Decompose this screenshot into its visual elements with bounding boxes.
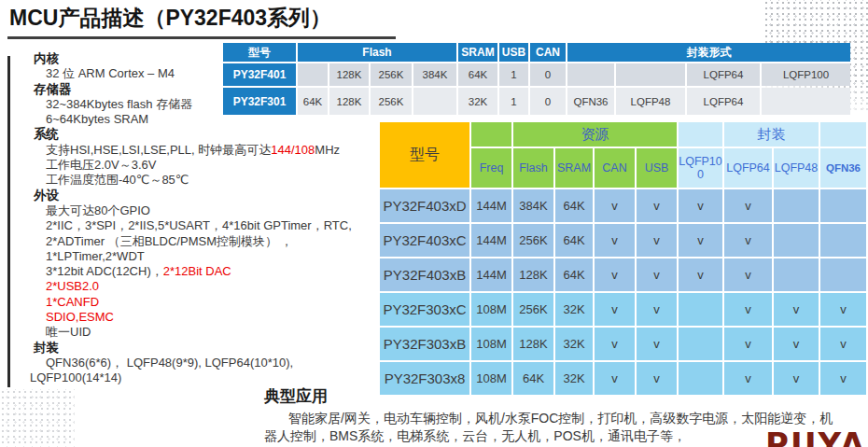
matrix-value-cell: v [637,224,677,257]
feature-line: 工作温度范围-40℃～85℃ [46,173,388,188]
feature-text: 工作温度范围-40℃～85℃ [46,173,189,187]
matrix-row: PY32F403xC144M256K64Kvvvv [380,224,866,257]
matrix-value-cell: v [595,224,635,257]
feature-text: 32~384Kbytes flash 存储器 [46,97,192,111]
matrix-model-cell: PY32F303xC [380,293,469,326]
spec-flash-cell [298,63,328,86]
matrix-value-cell [820,189,866,222]
matrix-value-cell [774,258,819,291]
matrix-col-freq: Freq [471,148,511,188]
left-accent-bar [7,56,10,387]
feature-text: 2*12Bit DAC [163,264,231,278]
matrix-value-cell: v [595,328,635,360]
page-title: MCU产品描述（PY32F403系列） [9,4,331,33]
spec-flash-cell: 128K [329,88,369,115]
matrix-header-resources: 资源 [513,122,677,147]
spec-usb-cell: 1 [499,63,528,86]
matrix-value-cell: 64K [555,258,593,291]
spec-package-cell: LQFP64 [687,88,760,115]
matrix-value-cell: v [679,224,722,257]
matrix-row: PY32F403xD144M384K64Kvvvv [380,189,866,222]
matrix-value-cell [774,189,819,222]
matrix-value-cell: v [595,293,635,326]
matrix-header-package: 封装 [724,122,819,147]
spec-row: PY32F30164K128K256K32K10QFN36LQFP48LQFP6… [223,88,850,115]
spec-flash-cell: 128K [329,63,369,86]
matrix-value-cell [774,224,819,257]
feature-text: 2*IIC，3*SPI，2*IIS,5*USART，4*16bit GPTime… [46,218,352,232]
matrix-col-sram: SRAM [555,148,593,188]
matrix-header-spacer-lblue-right [820,122,866,147]
feature-text: 1*CANFD [46,295,99,309]
matrix-value-cell [820,224,866,257]
matrix-value-cell: 256K [513,293,553,326]
feature-text: 3*12bit ADC(12CH)， [46,264,163,278]
spec-header-model: 型号 [223,43,296,62]
matrix-table: 型号 资源 封装 FreqFlashSRAMCANUSBLQFP100LQFP6… [378,120,868,397]
spec-row: PY32F401128K256K384K64K10LQFP64LQFP100 [223,63,850,86]
spec-package-cell: QFN36 [567,88,614,115]
feature-text: SDIO,ESMC [46,310,114,324]
feature-text: 32 位 ARM Cortex – M4 [46,66,175,80]
matrix-value-cell: v [595,258,635,291]
feature-text: 6~64Kbytes SRAM [46,112,148,126]
spec-model-cell: PY32F401 [223,63,296,86]
matrix-value-cell: 128K [513,328,553,360]
matrix-value-cell: v [774,293,819,326]
matrix-value-cell: 32K [555,293,593,326]
feature-line: SDIO,ESMC [46,310,388,325]
spec-flash-cell: 256K [371,88,412,115]
spec-flash-cell: 64K [298,88,328,115]
feature-line: 2*USB2.0 [46,279,388,294]
matrix-col-qfn36: QFN36 [820,148,866,188]
feature-text: 工作电压2.0V～3.6V [46,158,157,172]
matrix-value-cell: v [595,189,635,222]
spec-can-cell: 0 [530,88,566,115]
matrix-value-cell: v [774,328,819,360]
matrix-model-cell: PY32F303xB [380,328,469,360]
typical-apps-text: 智能家居/网关，电动车辆控制，风机/水泵FOC控制，打印机，高级数字电源，太阳能… [264,410,835,445]
matrix-header-model: 型号 [380,122,469,188]
feature-line: LQFP100(14*14) [30,370,388,385]
matrix-model-cell: PY32F403xC [380,224,469,257]
matrix-value-cell [679,328,722,360]
slide-page: MCU产品描述（PY32F403系列） 内核32 位 ARM Cortex – … [0,0,868,447]
matrix-value-cell: v [724,189,772,222]
feature-heading: 封装 [34,341,388,356]
matrix-value-cell: v [679,189,722,222]
matrix-model-cell: PY32F403xB [380,258,469,291]
feature-line: 最大可达80个GPIO [46,203,388,218]
matrix-value-cell: 144M [471,224,511,257]
matrix-col-lqfp100: LQFP100 [679,148,722,188]
matrix-col-lqfp48: LQFP48 [774,148,819,188]
matrix-value-cell: v [820,293,866,326]
feature-heading: 系统 [34,127,388,142]
matrix-value-cell: v [724,293,772,326]
matrix-header-spacer-green [471,122,511,147]
matrix-value-cell: 384K [513,189,553,222]
spec-usb-cell: 1 [499,88,528,115]
matrix-header-spacer-lblue-left [679,122,722,147]
spec-package-cell: LQFP100 [762,63,850,86]
spec-header-sram: SRAM [458,43,497,62]
matrix-value-cell [820,258,866,291]
feature-line: 1*CANFD [46,295,388,310]
feature-line: 工作电压2.0V～3.6V [46,158,388,173]
matrix-value-cell: v [820,328,866,360]
spec-package-cell: LQFP64 [687,63,760,86]
matrix-model-cell: PY32F403xD [380,189,469,222]
spec-flash-cell: 256K [371,63,412,86]
spec-header-flash: Flash [298,43,456,62]
matrix-value-cell: v [637,189,677,222]
matrix-value-cell: 144M [471,258,511,291]
matrix-row: PY32F303xC108M256K32Kvvvvv [380,293,866,326]
spec-package-cell [616,63,685,86]
spec-header-can: CAN [530,43,566,62]
typical-apps-title: 典型应用 [264,385,835,407]
feature-text: 支持HSI,HSE,LSI,LSE,PLL, 时钟最高可达 [46,143,271,157]
matrix-value-cell: 64K [555,189,593,222]
matrix-value-cell: 144M [471,189,511,222]
map-texture-bottom-left [0,389,75,447]
title-underline [7,36,396,39]
brand-logo: PUYA [765,426,866,447]
